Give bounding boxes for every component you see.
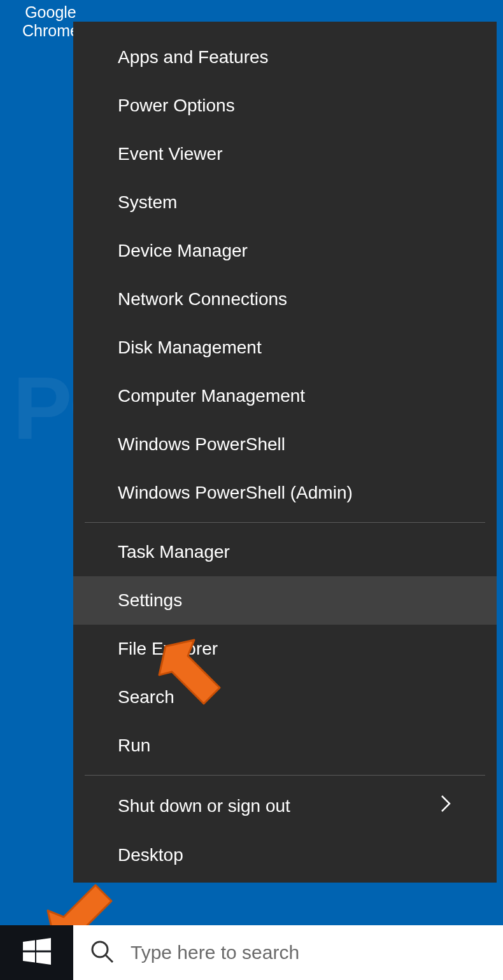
menu-item-label: Settings [118,590,182,611]
menu-item-network-connections[interactable]: Network Connections [73,275,497,323]
taskbar-search-box[interactable]: Type here to search [73,925,503,980]
menu-item-label: Windows PowerShell (Admin) [118,483,353,503]
menu-item-system[interactable]: System [73,178,497,227]
menu-item-label: Apps and Features [118,47,269,67]
menu-item-disk-management[interactable]: Disk Management [73,323,497,372]
windows-logo-icon [23,937,51,968]
menu-item-file-explorer[interactable]: File Explorer [73,625,497,673]
svg-point-0 [92,942,108,957]
menu-item-label: Event Viewer [118,144,222,164]
menu-item-computer-management[interactable]: Computer Management [73,372,497,420]
menu-item-apps-and-features[interactable]: Apps and Features [73,33,497,82]
menu-item-label: Search [118,687,174,707]
menu-item-windows-powershell[interactable]: Windows PowerShell [73,420,497,469]
menu-item-desktop[interactable]: Desktop [73,831,497,879]
menu-item-shut-down-or-sign-out[interactable]: Shut down or sign out [73,781,497,831]
menu-item-task-manager[interactable]: Task Manager [73,528,497,576]
menu-item-label: Windows PowerShell [118,434,285,455]
menu-item-label: Network Connections [118,289,287,309]
menu-item-label: Task Manager [118,542,230,562]
search-placeholder: Type here to search [131,942,299,963]
menu-item-event-viewer[interactable]: Event Viewer [73,130,497,178]
menu-separator [85,775,485,776]
menu-item-label: Shut down or sign out [118,796,290,816]
taskbar: Type here to search [0,925,503,980]
winx-context-menu: Apps and Features Power Options Event Vi… [73,22,497,883]
menu-item-label: Power Options [118,96,235,116]
menu-item-power-options[interactable]: Power Options [73,82,497,130]
menu-item-label: Run [118,735,150,756]
menu-separator [85,522,485,523]
start-button[interactable] [0,925,73,980]
menu-item-device-manager[interactable]: Device Manager [73,227,497,275]
menu-item-windows-powershell-admin[interactable]: Windows PowerShell (Admin) [73,469,497,517]
svg-line-1 [106,955,113,962]
chrome-label: Google Chrome [22,3,79,40]
menu-item-search[interactable]: Search [73,673,497,721]
menu-item-label: Device Manager [118,241,248,261]
menu-item-run[interactable]: Run [73,721,497,770]
menu-item-label: Disk Management [118,337,262,358]
menu-item-label: Desktop [118,845,183,865]
menu-item-label: File Explorer [118,639,218,659]
menu-item-label: Computer Management [118,386,305,406]
chevron-right-icon [441,795,452,817]
menu-item-label: System [118,192,177,213]
search-icon [89,939,115,967]
desktop-icon-chrome[interactable]: Google Chrome [22,3,79,40]
menu-item-settings[interactable]: Settings [73,576,497,625]
